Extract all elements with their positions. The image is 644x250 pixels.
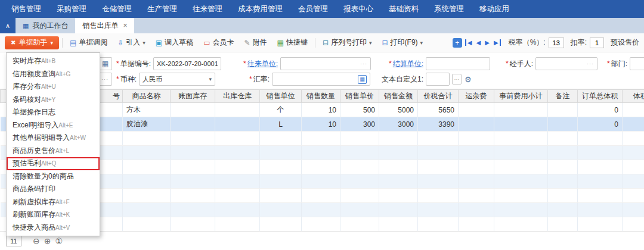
menu-item-label: 其他单据明细导入	[13, 133, 70, 143]
member-card-button[interactable]: ▭ 会员卡	[199, 36, 238, 49]
printer-icon: ⊟	[323, 39, 329, 47]
required-mark: *	[249, 75, 252, 83]
column-header-volume[interactable]: 体积	[623, 90, 644, 103]
ellipsis-button[interactable]: ···	[452, 74, 462, 85]
toolbar: ✖ 单据助手 ▾ ▤ 单据调阅 ⇩ 引入 ▾ ▣ 调入草稿 ▭ 会员卡 ✎ 附件…	[0, 33, 644, 52]
column-header-freight[interactable]: 运杂费	[459, 90, 494, 103]
column-header-remark[interactable]: 备注	[548, 90, 578, 103]
menu-item-label: 快捷录入商品	[13, 223, 55, 233]
cell-sales-amount[interactable]: 5000	[379, 103, 418, 117]
cell-sales-quantity[interactable]: 10	[302, 117, 340, 132]
partner-link[interactable]: 往来单位:	[247, 59, 278, 69]
topnav-item-production[interactable]: 生产管理	[140, 0, 185, 18]
row-count-box[interactable]: 11	[6, 236, 21, 246]
add-new-icon[interactable]: +	[453, 38, 462, 48]
cell-sales-unit[interactable]: L	[260, 117, 302, 132]
previous-record-button[interactable]: ◀	[476, 39, 482, 46]
calendar-icon[interactable]: ▦	[102, 60, 109, 68]
print-button[interactable]: ⊟ 打印(F9) ▾	[378, 36, 428, 49]
menu-item-excel-import[interactable]: Excel明细导入Alt+E	[7, 119, 100, 132]
menu-item-quick-entry[interactable]: 快捷录入商品Alt+V	[7, 221, 100, 235]
column-header-product-name[interactable]: 商品名称	[123, 90, 171, 103]
cell-product-name[interactable]: 胶油漆	[123, 117, 171, 132]
next-record-button[interactable]: ▶	[484, 39, 490, 46]
column-header-unit-price[interactable]: 销售单价	[340, 90, 379, 103]
department-input[interactable]	[630, 57, 644, 70]
topnav-item-system[interactable]: 系统管理	[426, 0, 472, 18]
cell-tax-total[interactable]: 3390	[418, 117, 459, 132]
topnav-item-members[interactable]: 会员管理	[290, 0, 336, 18]
menu-item-other-doc-import[interactable]: 其他单据明细导入Alt+W	[7, 132, 100, 145]
tax-rate-input[interactable]	[549, 38, 564, 48]
topnav-item-warehouse[interactable]: 仓储管理	[94, 0, 140, 18]
topnav-item-mobile[interactable]: 移动应用	[472, 0, 517, 18]
menu-item-refresh-book-stock[interactable]: 刷新账面库存Alt+K	[7, 208, 100, 221]
topnav-item-reports[interactable]: 报表中心	[336, 0, 381, 18]
menu-item-credit-limit-query[interactable]: 信用额度查询Alt+G	[7, 68, 100, 81]
last-record-button[interactable]: ▶	[493, 39, 501, 46]
cell-unit-price[interactable]: 500	[340, 103, 379, 117]
delete-row-icon[interactable]: ⊖	[33, 236, 40, 246]
row-info-icon[interactable]: ①	[55, 236, 63, 246]
menu-item-price-history[interactable]: 商品历史售价Alt+L	[7, 145, 100, 158]
column-header-sales-quantity[interactable]: 销售数量	[302, 90, 340, 103]
menu-item-operation-log[interactable]: 单据操作日志	[7, 106, 100, 119]
menu-item-clear-zero-quantity[interactable]: 清除数量为0的商品	[7, 170, 100, 183]
menu-item-refresh-virtual-stock[interactable]: 刷新虚拟库存Alt+F	[7, 196, 100, 209]
custom-text-input[interactable]	[426, 73, 450, 86]
ellipsis-icon[interactable]: ···	[584, 61, 594, 67]
close-tab-icon[interactable]: ×	[123, 21, 127, 30]
column-header-outbound-warehouse[interactable]: 出库仓库	[215, 90, 260, 103]
exchange-rate-input[interactable]: ▦	[272, 73, 370, 86]
chevron-down-icon[interactable]: ▾	[209, 76, 212, 82]
topnav-item-purchase[interactable]: 采购管理	[49, 0, 94, 18]
document-assistant-button[interactable]: ✖ 单据助手 ▾	[5, 36, 59, 49]
tab-sales-outbound-order[interactable]: 销售出库单 ×	[75, 18, 134, 33]
discount-rate-input[interactable]	[590, 38, 604, 48]
cell-unit-price[interactable]: 300	[340, 117, 379, 132]
cell-sales-unit[interactable]: 个	[260, 103, 302, 117]
document-review-button[interactable]: ▤ 单据调阅	[66, 36, 112, 49]
ellipsis-icon[interactable]: ···	[358, 61, 367, 67]
topnav-item-sales[interactable]: 销售管理	[4, 0, 49, 18]
topnav-item-cost-expense[interactable]: 成本费用管理	[230, 0, 290, 18]
cell-order-total-volume[interactable]: 0	[578, 117, 623, 132]
handler-input[interactable]: ···	[535, 57, 597, 70]
column-header-sales-amount[interactable]: 销售金额	[379, 90, 418, 103]
menu-item-barcode-check[interactable]: 条码核对Alt+Y	[7, 93, 100, 107]
calculator-icon[interactable]: ▦	[358, 75, 367, 84]
hotkeys-button[interactable]: ▦ 快捷键	[273, 36, 312, 49]
load-draft-button[interactable]: ▣ 调入草稿	[151, 36, 197, 49]
ellipsis-icon[interactable]: ···	[99, 76, 109, 82]
menu-item-estimated-profit[interactable]: 预估毛利Alt+Q	[7, 157, 100, 170]
column-header-sales-unit[interactable]: 销售单位	[260, 90, 302, 103]
cell-order-total-volume[interactable]: 0	[578, 103, 623, 117]
menu-item-stock-distribution[interactable]: 库存分布Alt+U	[7, 80, 100, 93]
preset-price-label[interactable]: 预设售价	[611, 38, 639, 48]
add-row-icon[interactable]: ⊕	[44, 236, 51, 246]
column-header-pre-expense-subtotal[interactable]: 事前费用小计	[494, 90, 548, 103]
topnav-item-partners[interactable]: 往来管理	[185, 0, 230, 18]
column-header-tax-total[interactable]: 价税合计	[418, 90, 459, 103]
cell-tax-total[interactable]: 5650	[418, 103, 459, 117]
partner-input[interactable]: ···	[280, 57, 371, 70]
collapse-button[interactable]: ∧	[0, 18, 16, 33]
currency-select[interactable]: 人民币 ▾	[139, 73, 215, 86]
import-button[interactable]: ⇩ 引入 ▾	[113, 36, 150, 49]
serial-number-print-button[interactable]: ⊟ 序列号打印 ▾	[318, 36, 376, 49]
cell-sales-quantity[interactable]: 10	[302, 103, 340, 117]
settlement-input[interactable]	[426, 57, 490, 70]
cell-sales-amount[interactable]: 3000	[379, 117, 418, 132]
menu-item-realtime-stock[interactable]: 实时库存Alt+B	[7, 55, 100, 68]
menu-item-product-barcode-print[interactable]: 商品条码打印	[7, 183, 100, 196]
column-header-order-total-volume[interactable]: 订单总体积	[578, 90, 623, 103]
settlement-link[interactable]: 结算单位:	[393, 59, 423, 69]
topnav-item-base-data[interactable]: 基础资料	[381, 0, 426, 18]
first-record-button[interactable]: ◀	[465, 39, 473, 46]
attachment-button[interactable]: ✎ 附件	[240, 36, 271, 49]
gear-icon[interactable]: ⚙	[465, 75, 472, 84]
cell-product-name[interactable]: 方木	[123, 103, 171, 117]
tab-my-workbench[interactable]: ▦ 我的工作台	[16, 18, 75, 33]
doc-no-input[interactable]	[153, 57, 221, 70]
column-header-book-stock[interactable]: 账面库存	[171, 90, 215, 103]
